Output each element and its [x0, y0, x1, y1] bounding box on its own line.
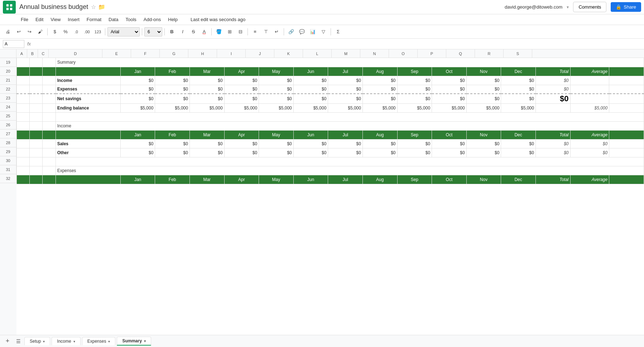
r23-feb[interactable]: $0: [155, 94, 190, 104]
r21-aug[interactable]: $0: [362, 76, 397, 85]
r20-s[interactable]: [609, 67, 644, 76]
font-size-select[interactable]: 6: [144, 27, 162, 36]
r22-oct[interactable]: $0: [432, 85, 467, 94]
col-header-g[interactable]: G: [160, 49, 188, 58]
r29-dec[interactable]: $0: [501, 148, 536, 157]
italic-button[interactable]: I: [178, 27, 188, 37]
menu-edit[interactable]: Edit: [33, 15, 46, 24]
r27-label[interactable]: [56, 131, 120, 140]
r27-a[interactable]: [17, 131, 30, 140]
menu-file[interactable]: File: [18, 15, 31, 24]
r29-may[interactable]: $0: [259, 148, 294, 157]
r23-nov[interactable]: $0: [466, 94, 501, 104]
col-header-q[interactable]: Q: [446, 49, 475, 58]
r32-jun[interactable]: Jun: [293, 175, 328, 184]
r22-a[interactable]: [17, 85, 30, 94]
col-header-k[interactable]: K: [274, 49, 303, 58]
r29-jun[interactable]: $0: [293, 148, 328, 157]
r28-c[interactable]: [43, 140, 56, 148]
r29-b[interactable]: [30, 148, 43, 157]
col-header-h[interactable]: H: [188, 49, 217, 58]
r32-aug[interactable]: Aug: [362, 175, 397, 184]
r24-apr[interactable]: $5,000: [224, 104, 259, 113]
col-header-o[interactable]: O: [389, 49, 418, 58]
r21-jan[interactable]: $0: [120, 76, 155, 85]
filter-button[interactable]: ▽: [318, 27, 328, 37]
r20-c[interactable]: [43, 67, 56, 76]
r23-jul[interactable]: $0: [328, 94, 363, 104]
r23-aug[interactable]: $0: [362, 94, 397, 104]
r24-sep[interactable]: $5,000: [397, 104, 432, 113]
redo-button[interactable]: ↪: [24, 27, 34, 37]
r20-b[interactable]: [30, 67, 43, 76]
r24-jan[interactable]: $5,000: [120, 104, 155, 113]
r32-jul[interactable]: Jul: [328, 175, 363, 184]
r29-c[interactable]: [43, 148, 56, 157]
r24-feb[interactable]: $5,000: [155, 104, 190, 113]
r29-feb[interactable]: $0: [155, 148, 190, 157]
r24-jun[interactable]: $5,000: [293, 104, 328, 113]
r21-mar[interactable]: $0: [189, 76, 224, 85]
paint-format-button[interactable]: 🖌: [35, 27, 45, 37]
r32-total[interactable]: Total: [535, 175, 570, 184]
r22-total[interactable]: $0: [535, 85, 570, 94]
r25-b[interactable]: [30, 113, 43, 122]
col-header-i[interactable]: I: [217, 49, 246, 58]
r24-nov[interactable]: $5,000: [466, 104, 501, 113]
number-format-button[interactable]: 123: [93, 27, 103, 37]
r27-sep[interactable]: Sep: [397, 131, 432, 140]
add-sheet-button[interactable]: +: [3, 337, 12, 346]
r23-a[interactable]: [17, 94, 30, 104]
folder-icon[interactable]: 📁: [98, 4, 105, 10]
valign-button[interactable]: ⊤: [261, 27, 271, 37]
r30-a[interactable]: [17, 157, 30, 166]
r32-apr[interactable]: Apr: [224, 175, 259, 184]
r24-total[interactable]: [535, 104, 570, 113]
r20-jun[interactable]: Jun: [293, 67, 328, 76]
r24-c[interactable]: [43, 104, 56, 113]
col-header-d[interactable]: D: [49, 49, 102, 58]
r24-a[interactable]: [17, 104, 30, 113]
text-color-button[interactable]: A: [199, 27, 209, 37]
r21-feb[interactable]: $0: [155, 76, 190, 85]
r24-aug[interactable]: $5,000: [362, 104, 397, 113]
col-header-b[interactable]: B: [27, 49, 38, 58]
menu-addons[interactable]: Add-ons: [141, 15, 164, 24]
r24-may[interactable]: $5,000: [259, 104, 294, 113]
col-header-r[interactable]: R: [475, 49, 504, 58]
r23-oct[interactable]: $0: [432, 94, 467, 104]
r24-s[interactable]: [609, 104, 644, 113]
bold-button[interactable]: B: [167, 27, 177, 37]
r23-may[interactable]: $0: [259, 94, 294, 104]
col-header-e[interactable]: E: [102, 49, 131, 58]
r28-total[interactable]: $0: [535, 140, 570, 148]
r29-nov[interactable]: $0: [466, 148, 501, 157]
r29-jul[interactable]: $0: [328, 148, 363, 157]
r20-oct[interactable]: Oct: [432, 67, 467, 76]
r19-c[interactable]: [43, 58, 56, 67]
r29-apr[interactable]: $0: [224, 148, 259, 157]
r24-oct[interactable]: $5,000: [432, 104, 467, 113]
r28-mar[interactable]: $0: [189, 140, 224, 148]
menu-data[interactable]: Data: [106, 15, 121, 24]
r21-label[interactable]: Income: [56, 76, 120, 85]
r20-feb[interactable]: Feb: [155, 67, 190, 76]
col-header-f[interactable]: F: [131, 49, 160, 58]
r20-mar[interactable]: Mar: [189, 67, 224, 76]
strikethrough-button[interactable]: S: [188, 27, 198, 37]
r26-a[interactable]: [17, 122, 30, 131]
share-button[interactable]: 🔒 Share: [611, 2, 641, 12]
r24-dec[interactable]: $5,000: [501, 104, 536, 113]
r21-b[interactable]: [30, 76, 43, 85]
r28-label[interactable]: Sales: [56, 140, 120, 148]
r20-nov[interactable]: Nov: [466, 67, 501, 76]
r21-dec[interactable]: $0: [501, 76, 536, 85]
r22-jul[interactable]: $0: [328, 85, 363, 94]
r27-apr[interactable]: Apr: [224, 131, 259, 140]
r27-total[interactable]: Total: [535, 131, 570, 140]
r24-jul[interactable]: $5,000: [328, 104, 363, 113]
col-header-c[interactable]: C: [38, 49, 49, 58]
col-header-j[interactable]: J: [246, 49, 274, 58]
r28-s[interactable]: [609, 140, 644, 148]
r27-mar[interactable]: Mar: [189, 131, 224, 140]
